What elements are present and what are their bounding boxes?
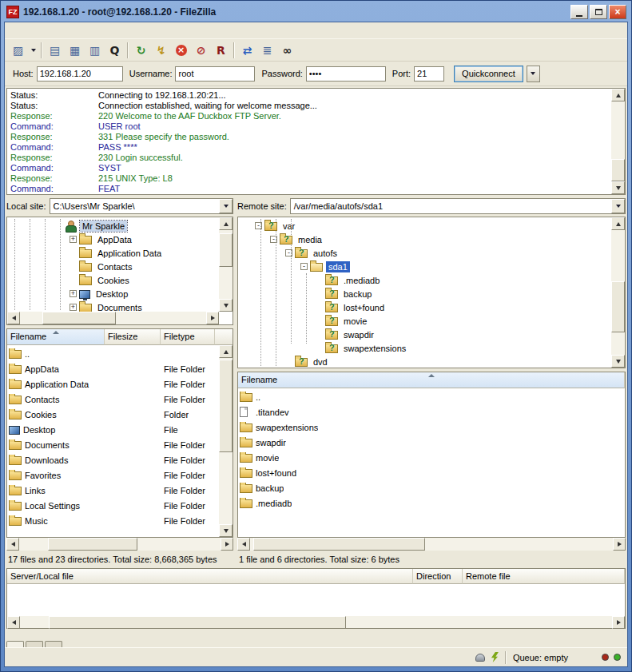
host-input[interactable] — [37, 66, 123, 82]
maximize-button[interactable] — [590, 5, 607, 19]
tab-failed-transfers[interactable] — [26, 641, 43, 647]
expander-toggle[interactable]: + — [70, 304, 77, 311]
menu-server[interactable] — [51, 28, 62, 33]
swapextensions[interactable]: swapextensions — [238, 420, 625, 435]
password-input[interactable] — [306, 66, 386, 82]
column-header-server-local-file[interactable]: Server/Local file — [7, 569, 413, 584]
scroll-right-button[interactable] — [221, 538, 233, 551]
scroll-left-button[interactable] — [237, 538, 250, 551]
movie[interactable]: movie — [238, 450, 625, 465]
column-header-filetype[interactable]: Filetype — [161, 329, 215, 345]
toggle-queue-button[interactable]: Q — [105, 42, 125, 59]
tree-item[interactable]: lost+found — [238, 300, 610, 314]
menu-file[interactable] — [6, 28, 18, 33]
..[interactable]: .. — [238, 389, 625, 404]
synchronized-browsing-button[interactable]: ≣ — [257, 42, 277, 59]
Links[interactable]: Links File Folder — [7, 483, 219, 498]
process-queue-button[interactable]: ↯ — [151, 42, 171, 59]
tab-successful-transfers[interactable] — [45, 641, 62, 647]
Contacts[interactable]: Contacts File Folder — [7, 392, 219, 407]
AppData[interactable]: AppData File Folder — [7, 361, 219, 376]
tree-item[interactable]: movie — [238, 314, 610, 328]
tree-item[interactable]: - autofs — [238, 246, 610, 260]
menu-edit[interactable] — [18, 28, 29, 33]
backup[interactable]: backup — [238, 480, 625, 495]
tree-item[interactable]: swapdir — [238, 328, 610, 341]
lost+found[interactable]: lost+found — [238, 465, 625, 480]
local-tree-hscrollbar[interactable] — [7, 312, 219, 324]
expander-toggle[interactable]: - — [300, 263, 308, 270]
scroll-down-button[interactable] — [611, 355, 625, 368]
.mediadb[interactable]: .mediadb — [238, 495, 625, 511]
scrollbar-thumb[interactable] — [48, 538, 137, 551]
tree-item[interactable]: Contacts — [7, 260, 218, 273]
tree-item[interactable]: - sda1 — [238, 260, 610, 273]
local-site-combobox[interactable]: C:\Users\Mr Sparkle\ — [50, 198, 233, 214]
Application Data[interactable]: Application Data File Folder — [7, 376, 219, 392]
close-button[interactable]: × — [609, 5, 626, 19]
refresh-button[interactable]: ↻ — [131, 42, 151, 59]
toggle-message-log-button[interactable]: ▤ — [45, 42, 65, 59]
speed-limits-icon[interactable] — [475, 654, 485, 662]
quickconnect-dropdown-button[interactable] — [527, 66, 540, 82]
scroll-left-button[interactable] — [6, 538, 19, 551]
disconnect-button[interactable]: ⊘ — [191, 42, 211, 59]
cancel-operation-button[interactable]: × — [171, 42, 191, 59]
menu-view[interactable] — [29, 28, 40, 33]
Desktop[interactable]: Desktop File — [7, 422, 219, 437]
remote-site-combobox[interactable]: /var/media/autofs/sda1 — [290, 198, 626, 214]
directory-comparison-button[interactable]: ⇄ — [237, 42, 257, 59]
local-site-dropdown-button[interactable] — [219, 199, 233, 213]
site-manager-button[interactable]: ▨ — [8, 42, 28, 59]
tree-item[interactable]: + Desktop — [7, 287, 218, 300]
Music[interactable]: Music File Folder — [7, 513, 219, 528]
Downloads[interactable]: Downloads File Folder — [7, 452, 219, 467]
tree-item[interactable]: Mr Sparkle — [7, 219, 218, 233]
menu-bookmarks[interactable] — [62, 28, 74, 33]
toggle-local-tree-button[interactable]: ▦ — [65, 42, 85, 59]
scrollbar-thumb[interactable] — [219, 360, 233, 452]
Favorites[interactable]: Favorites File Folder — [7, 467, 219, 483]
remote-list-hscrollbar[interactable] — [237, 538, 626, 551]
scroll-up-button[interactable] — [219, 345, 233, 358]
tree-item[interactable]: backup — [238, 287, 610, 300]
scroll-up-button[interactable] — [611, 217, 625, 230]
scroll-up-button[interactable] — [219, 217, 233, 230]
scroll-down-button[interactable] — [219, 299, 233, 312]
port-input[interactable] — [414, 66, 444, 82]
expander-toggle[interactable]: + — [70, 236, 77, 243]
tree-item[interactable]: dvd — [238, 355, 610, 368]
queue-hscrollbar[interactable] — [6, 616, 626, 629]
local-list-vscrollbar[interactable] — [219, 345, 233, 537]
menu-transfer[interactable] — [40, 28, 51, 33]
local-tree-vscrollbar[interactable] — [219, 217, 233, 312]
scroll-right-button[interactable] — [613, 538, 626, 551]
site-manager-dropdown-button[interactable] — [28, 42, 38, 59]
Documents[interactable]: Documents File Folder — [7, 437, 219, 452]
expander-toggle[interactable]: + — [70, 290, 77, 297]
menu-new-version[interactable] — [85, 28, 96, 33]
column-header-filename[interactable]: Filename — [7, 329, 105, 345]
column-header-direction[interactable]: Direction — [413, 569, 463, 584]
toggle-remote-tree-button[interactable]: ▥ — [85, 42, 105, 59]
quickconnect-button[interactable]: Quickconnect — [454, 66, 523, 82]
Local Settings[interactable]: Local Settings File Folder — [7, 498, 219, 513]
tree-item[interactable]: Application Data — [7, 246, 218, 260]
column-header-remote-file[interactable]: Remote file — [463, 569, 625, 584]
tree-item[interactable]: - var — [238, 219, 610, 233]
column-header-filesize[interactable]: Filesize — [105, 329, 161, 345]
local-list-hscrollbar[interactable] — [6, 538, 233, 551]
reconnect-button[interactable]: R — [211, 42, 231, 59]
scroll-right-button[interactable] — [206, 312, 219, 324]
scroll-down-button[interactable] — [219, 524, 233, 537]
tree-item[interactable]: - media — [238, 233, 610, 246]
minimize-button[interactable] — [570, 5, 588, 19]
remote-site-dropdown-button[interactable] — [611, 199, 625, 213]
tree-item[interactable]: Cookies — [7, 273, 218, 287]
..[interactable]: .. — [7, 346, 219, 361]
scroll-left-button[interactable] — [7, 312, 20, 324]
username-input[interactable] — [175, 66, 255, 82]
scrollbar-thumb[interactable] — [49, 616, 346, 629]
scrollbar-thumb[interactable] — [611, 281, 625, 332]
scroll-down-button[interactable] — [611, 181, 625, 194]
